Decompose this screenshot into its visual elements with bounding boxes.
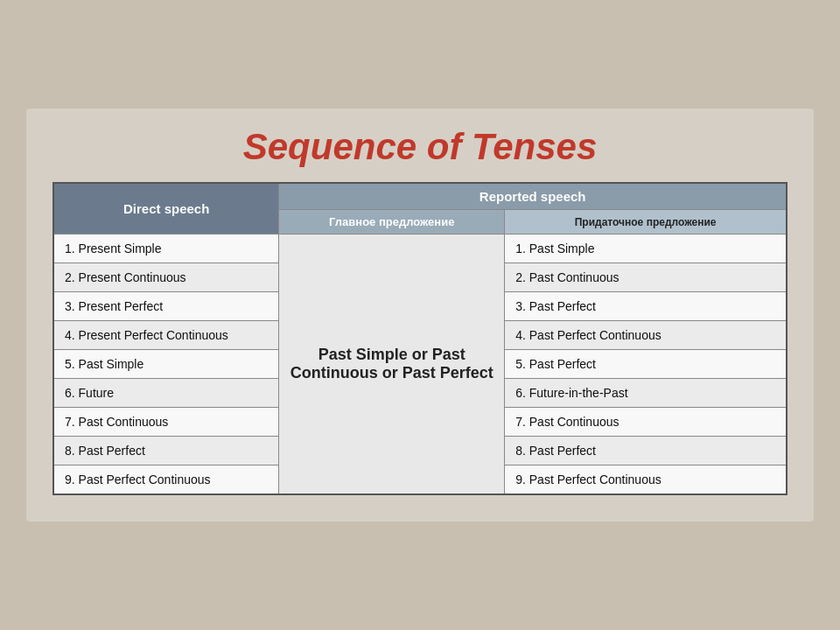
table-row-direct-5: 5. Past Simple: [53, 350, 279, 379]
table-row-right-8: 8. Past Perfect: [505, 437, 787, 466]
table-row-direct-2: 2. Present Continuous: [53, 263, 279, 292]
table-row-right-7: 7. Past Continuous: [505, 408, 787, 437]
table-row-right-5: 5. Past Perfect: [505, 350, 787, 379]
table-row-right-3: 3. Past Perfect: [505, 292, 787, 321]
table-row-right-9: 9. Past Perfect Continuous: [505, 466, 787, 495]
header-reported-speech: Reported speech: [279, 183, 787, 210]
table-row-right-1: 1. Past Simple: [505, 234, 787, 263]
slide-container: Sequence of Tenses Direct speech Reporte…: [26, 108, 814, 522]
header-direct-speech: Direct speech: [53, 183, 279, 234]
page-title: Sequence of Tenses: [52, 126, 788, 168]
table-row-direct-3: 3. Present Perfect: [53, 292, 279, 321]
header-glavnoe: Главное предложение: [279, 210, 505, 234]
table-row-direct-7: 7. Past Continuous: [53, 408, 279, 437]
table-row-right-2: 2. Past Continuous: [505, 263, 787, 292]
table-row-right-4: 4. Past Perfect Continuous: [505, 321, 787, 350]
table-row-direct-8: 8. Past Perfect: [53, 437, 279, 466]
table-row-direct-6: 6. Future: [53, 379, 279, 408]
table-row-direct-4: 4. Present Perfect Continuous: [53, 321, 279, 350]
table-row-direct-9: 9. Past Perfect Continuous: [53, 466, 279, 495]
middle-cell: Past Simple or Past Continuous or Past P…: [279, 234, 505, 495]
header-pridatochnoe: Придаточное предложение: [505, 210, 787, 234]
table-row-right-6: 6. Future-in-the-Past: [505, 379, 787, 408]
table-row-direct-1: 1. Present Simple: [53, 234, 279, 263]
tenses-table: Direct speech Reported speech Главное пр…: [52, 182, 788, 495]
